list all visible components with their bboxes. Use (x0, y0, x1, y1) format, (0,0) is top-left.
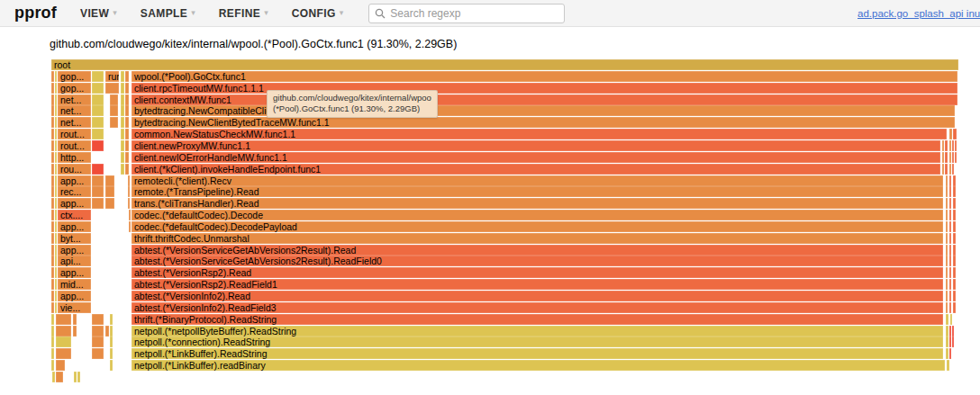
flame-bar-sliver[interactable] (949, 326, 951, 337)
flame-bar[interactable]: vie... (58, 302, 91, 313)
flame-bar-sliver[interactable] (51, 175, 54, 186)
flame-bar-sliver[interactable] (121, 83, 124, 94)
flame-bar-sliver[interactable] (55, 140, 57, 151)
flame-bar-sliver[interactable] (949, 186, 951, 197)
menu-refine[interactable]: REFINE ▾ (219, 7, 268, 20)
flame-bar-sliver[interactable] (121, 152, 124, 163)
flame-bar-sliver[interactable] (121, 94, 124, 105)
flame-bar[interactable]: client.newIOErrorHandleMW.func1.1 (132, 152, 940, 163)
flame-bar-sliver[interactable] (110, 337, 113, 347)
flame-bar-sliver[interactable] (92, 337, 104, 347)
flame-bar-sliver[interactable] (92, 198, 104, 209)
flame-bar-sliver[interactable] (946, 302, 948, 313)
flame-bar-sliver[interactable] (51, 198, 54, 209)
flame-bar-sliver[interactable] (949, 164, 951, 175)
flame-bar-sliver[interactable] (946, 348, 948, 359)
flame-bar-sliver[interactable] (125, 94, 129, 105)
flame-bar-sliver[interactable] (51, 291, 54, 301)
flame-bar-sliver[interactable] (949, 221, 951, 232)
flame-bar-sliver[interactable] (105, 175, 114, 186)
flame-bar-sliver[interactable] (92, 314, 104, 325)
flame-bar-sliver[interactable] (55, 129, 57, 139)
flame-bar[interactable]: app... (58, 198, 91, 209)
flame-bar-sliver[interactable] (953, 302, 956, 313)
flame-bar-sliver[interactable] (121, 71, 124, 82)
profile-link[interactable]: ad.pack.go_splash_api inuse_sp (858, 8, 980, 19)
flame-bar-sliver[interactable] (949, 233, 951, 244)
flame-bar-sliver[interactable] (73, 326, 77, 337)
flame-bar-sliver[interactable] (125, 105, 129, 116)
flame-bar-sliver[interactable] (129, 221, 131, 232)
search-box[interactable] (368, 4, 565, 23)
flame-bar-sliver[interactable] (946, 337, 948, 347)
flame-bar-sliver[interactable] (110, 348, 113, 359)
flame-bar-sliver[interactable] (110, 326, 113, 337)
flame-bar[interactable]: app... (58, 245, 91, 256)
flame-bar[interactable]: client.rpcTimeoutMW.func1.1.1 (132, 83, 957, 94)
flame-bar[interactable]: abtest.(*VersionRsp2).ReadField1 (132, 279, 943, 290)
flame-bar-sliver[interactable] (949, 256, 951, 266)
flame-bar-sliver[interactable] (949, 337, 951, 347)
flame-bar-sliver[interactable] (952, 337, 954, 347)
flame-bar-sliver[interactable] (56, 360, 65, 371)
flame-bar-sliver[interactable] (51, 360, 54, 371)
flame-bar-sliver[interactable] (55, 175, 57, 186)
menu-view[interactable]: VIEW ▾ (80, 7, 117, 20)
flame-bar-sliver[interactable] (51, 210, 54, 220)
flame-bar[interactable]: rou... (58, 164, 91, 175)
flame-bar-sliver[interactable] (125, 71, 129, 82)
flame-bar-sliver[interactable] (949, 291, 951, 301)
flame-bar-sliver[interactable] (92, 348, 104, 359)
flame-bar-sliver[interactable] (55, 198, 57, 209)
flame-bar-sliver[interactable] (953, 129, 957, 139)
flame-bar-sliver[interactable] (55, 245, 57, 256)
flame-bar-sliver[interactable] (105, 186, 114, 197)
flame-bar-sliver[interactable] (949, 267, 951, 278)
flame-bar[interactable]: root (51, 59, 958, 70)
flame-bar-sliver[interactable] (128, 175, 130, 186)
flame-bar-sliver[interactable] (92, 71, 104, 82)
flame-bar-sliver[interactable] (942, 164, 944, 175)
flame-bar-sliver[interactable] (946, 267, 948, 278)
flame-bar-sliver[interactable] (92, 105, 104, 116)
flame-bar[interactable]: client.(*kClient).invokeHandleEndpoint.f… (132, 164, 940, 175)
flame-bar-sliver[interactable] (121, 164, 124, 175)
flame-bar-sliver[interactable] (51, 279, 54, 290)
flame-bar-sliver[interactable] (949, 175, 951, 186)
flame-bar[interactable]: netpoll.(*connection).ReadString (132, 337, 943, 347)
flame-bar-sliver[interactable] (92, 117, 104, 128)
flame-bar[interactable]: remote.(*TransPipeline).Read (132, 186, 943, 197)
flame-bar-sliver[interactable] (949, 198, 951, 209)
flame-bar-sliver[interactable] (946, 279, 948, 290)
flame-bar-sliver[interactable] (949, 245, 951, 256)
flame-bar-sliver[interactable] (73, 314, 77, 325)
flame-bar-sliver[interactable] (945, 164, 948, 175)
flame-bar-sliver[interactable] (945, 140, 948, 151)
flame-bar-sliver[interactable] (51, 140, 54, 151)
flame-bar[interactable]: trans.(*cliTransHandler).Read (132, 198, 943, 209)
flame-bar-sliver[interactable] (952, 326, 954, 337)
flame-bar-sliver[interactable] (955, 140, 957, 151)
flame-bar-sliver[interactable] (942, 140, 944, 151)
flame-bar-sliver[interactable] (125, 129, 129, 139)
flame-bar-sliver[interactable] (942, 152, 944, 163)
flame-bar-sliver[interactable] (953, 256, 956, 266)
flame-bar-sliver[interactable] (56, 326, 71, 337)
flame-bar-sliver[interactable] (51, 129, 54, 139)
flame-bar-sliver[interactable] (955, 152, 957, 163)
flame-bar[interactable]: netpoll.(*LinkBuffer).readBinary (132, 360, 945, 371)
flame-bar-sliver[interactable] (51, 314, 54, 325)
flame-bar-sliver[interactable] (946, 233, 948, 244)
flame-bar-sliver[interactable] (125, 140, 129, 151)
search-input[interactable] (390, 7, 552, 20)
flame-bar-sliver[interactable] (55, 71, 57, 82)
flame-bar-sliver[interactable] (949, 210, 951, 220)
flame-bar-sliver[interactable] (56, 337, 71, 347)
flame-bar[interactable]: byt... (58, 233, 91, 244)
flame-bar-sliver[interactable] (110, 360, 113, 371)
flame-bar-sliver[interactable] (55, 267, 57, 278)
flame-bar-sliver[interactable] (953, 291, 956, 301)
flame-bar-sliver[interactable] (125, 83, 129, 94)
flame-bar-sliver[interactable] (51, 302, 54, 313)
flame-bar[interactable]: app... (58, 267, 91, 278)
